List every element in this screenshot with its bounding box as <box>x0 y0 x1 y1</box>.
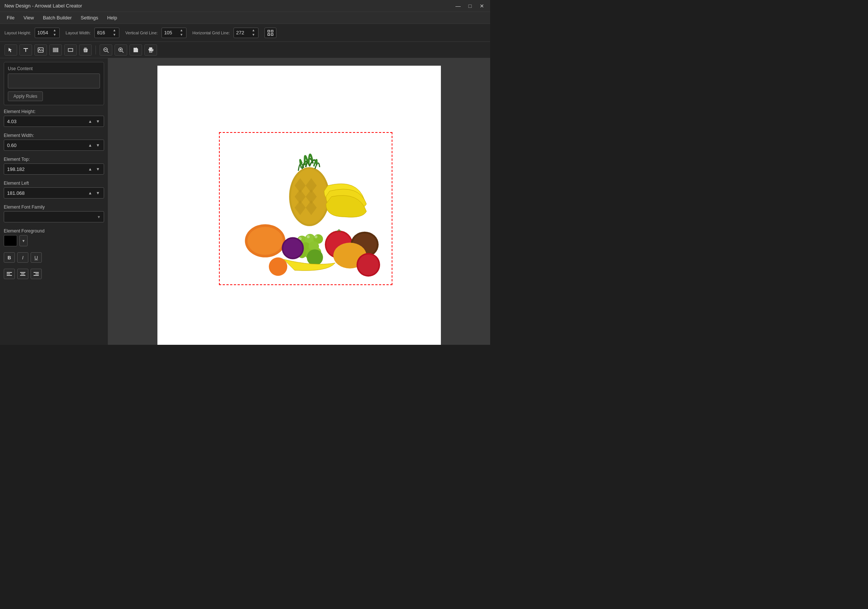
align-right-button[interactable] <box>31 269 42 279</box>
element-top-down[interactable]: ▼ <box>95 166 101 172</box>
text-tool[interactable] <box>19 44 32 56</box>
window-controls: — □ ✕ <box>454 3 486 9</box>
element-left-value: 181.068 <box>7 190 87 196</box>
close-button[interactable]: ✕ <box>478 3 486 9</box>
layout-height-group: Layout Height: 1054 ▲ ▼ <box>5 28 60 38</box>
vertical-grid-down[interactable]: ▼ <box>179 33 184 37</box>
element-width-arrows: ▲ ▼ <box>87 142 101 148</box>
tools-row <box>0 42 490 58</box>
svg-rect-23 <box>7 272 12 273</box>
zoom-in-tool[interactable] <box>115 44 127 56</box>
element-left-up[interactable]: ▲ <box>87 190 93 196</box>
element-left-control[interactable]: 181.068 ▲ ▼ <box>4 187 104 199</box>
align-left-button[interactable] <box>4 269 15 279</box>
menu-view[interactable]: View <box>20 14 38 22</box>
element-width-value: 0.60 <box>7 143 87 148</box>
layout-height-label: Layout Height: <box>5 31 31 35</box>
element-width-down[interactable]: ▼ <box>95 142 101 148</box>
menu-file[interactable]: File <box>3 14 18 22</box>
layout-width-down[interactable]: ▼ <box>112 33 117 37</box>
print-tool[interactable] <box>144 44 157 56</box>
horizontal-grid-up[interactable]: ▲ <box>251 28 256 33</box>
tools-separator-1 <box>96 45 96 54</box>
layout-width-arrows: ▲ ▼ <box>112 28 117 37</box>
element-top-label: Element Top: <box>4 157 104 162</box>
use-content-textarea[interactable] <box>8 73 100 89</box>
element-top-arrows: ▲ ▼ <box>87 166 101 172</box>
svg-point-52 <box>283 238 302 258</box>
underline-button[interactable]: U <box>31 252 42 263</box>
layout-height-up[interactable]: ▲ <box>52 28 57 33</box>
bold-button[interactable]: B <box>4 252 15 263</box>
horizontal-grid-down[interactable]: ▼ <box>251 33 256 37</box>
svg-rect-3 <box>271 34 273 36</box>
image-tool[interactable] <box>34 44 47 56</box>
element-left-down[interactable]: ▼ <box>95 190 101 196</box>
svg-rect-10 <box>57 48 57 52</box>
save-tool[interactable] <box>129 44 142 56</box>
element-foreground-label: Element Foreground <box>4 228 104 234</box>
horizontal-grid-spinner[interactable]: 272 ▲ ▼ <box>234 28 259 38</box>
layout-width-spinner[interactable]: 816 ▲ ▼ <box>95 28 119 38</box>
layout-height-spinner[interactable]: 1054 ▲ ▼ <box>35 28 60 38</box>
barcode-tool[interactable] <box>49 44 62 56</box>
foreground-color-swatch[interactable] <box>4 235 17 246</box>
app-title: New Design - Arrowat Label Creator <box>5 3 82 9</box>
vertical-grid-value: 105 <box>164 30 178 36</box>
italic-button[interactable]: I <box>17 252 28 263</box>
maximize-button[interactable]: □ <box>466 3 474 9</box>
svg-point-55 <box>307 249 322 265</box>
svg-rect-8 <box>55 48 56 52</box>
layout-width-up[interactable]: ▲ <box>112 28 117 33</box>
element-font-row: Element Font Family ▼ <box>4 205 104 222</box>
element-height-down[interactable]: ▼ <box>95 118 101 124</box>
svg-rect-2 <box>268 34 270 36</box>
svg-point-46 <box>315 235 318 238</box>
grid-toggle-button[interactable] <box>265 28 276 38</box>
zoom-out-tool[interactable] <box>99 44 112 56</box>
element-width-control[interactable]: 0.60 ▲ ▼ <box>4 140 104 151</box>
minimize-button[interactable]: — <box>454 3 462 9</box>
horizontal-grid-arrows: ▲ ▼ <box>251 28 256 37</box>
element-height-value: 4.03 <box>7 119 87 124</box>
element-height-up[interactable]: ▲ <box>87 118 93 124</box>
delete-tool[interactable] <box>79 44 92 56</box>
vertical-grid-spinner[interactable]: 105 ▲ ▼ <box>161 28 186 38</box>
align-center-button[interactable] <box>17 269 28 279</box>
horizontal-grid-group: Horizontal Grid Line: 272 ▲ ▼ <box>192 28 259 38</box>
menu-batch-builder[interactable]: Batch Builder <box>39 14 75 22</box>
horizontal-grid-label: Horizontal Grid Line: <box>192 31 230 35</box>
svg-rect-11 <box>57 48 58 52</box>
titlebar: New Design - Arrowat Label Creator — □ ✕ <box>0 0 490 12</box>
element-top-control[interactable]: 198.182 ▲ ▼ <box>4 163 104 175</box>
rectangle-tool[interactable] <box>64 44 77 56</box>
element-width-up[interactable]: ▲ <box>87 142 93 148</box>
svg-rect-26 <box>20 272 25 273</box>
pointer-tool[interactable] <box>5 44 17 56</box>
use-content-label: Use Content <box>8 66 100 71</box>
vertical-grid-up[interactable]: ▲ <box>179 28 184 33</box>
toolbar-row: Layout Height: 1054 ▲ ▼ Layout Width: 81… <box>0 24 490 42</box>
element-font-dropdown[interactable]: ▼ <box>4 211 104 222</box>
svg-point-45 <box>307 235 310 238</box>
layout-width-label: Layout Width: <box>66 31 91 35</box>
layout-height-down[interactable]: ▼ <box>52 33 57 37</box>
svg-rect-1 <box>271 30 273 32</box>
svg-point-58 <box>358 255 378 275</box>
svg-point-48 <box>247 227 283 255</box>
element-top-up[interactable]: ▲ <box>87 166 93 172</box>
menu-help[interactable]: Help <box>103 14 121 22</box>
foreground-color-dropdown[interactable]: ▼ <box>19 235 28 246</box>
element-left-label: Element Left <box>4 180 104 186</box>
layout-width-group: Layout Width: 816 ▲ ▼ <box>66 28 119 38</box>
canvas-area[interactable] <box>108 58 490 345</box>
layout-height-arrows: ▲ ▼ <box>52 28 57 37</box>
svg-point-22 <box>152 49 153 50</box>
svg-rect-24 <box>7 273 10 274</box>
element-height-control[interactable]: 4.03 ▲ ▼ <box>4 116 104 127</box>
text-format-row: B I U <box>4 252 104 263</box>
element-height-row: Element Height: 4.03 ▲ ▼ <box>4 109 104 127</box>
text-align-row <box>4 269 104 279</box>
menu-settings[interactable]: Settings <box>77 14 102 22</box>
apply-rules-button[interactable]: Apply Rules <box>8 92 43 101</box>
